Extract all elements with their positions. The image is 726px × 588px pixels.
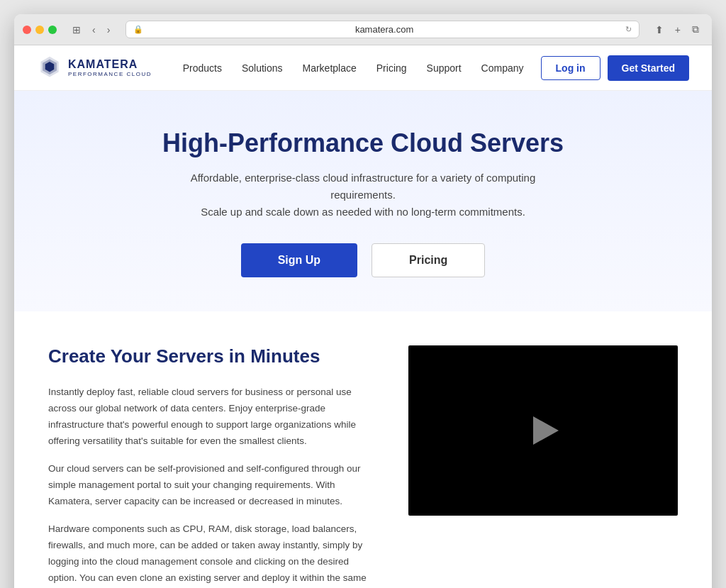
pricing-button[interactable]: Pricing: [372, 243, 485, 277]
maximize-button[interactable]: [48, 26, 57, 34]
sidebar-toggle-button[interactable]: ⊞: [68, 21, 85, 38]
section-para-3: Hardware components such as CPU, RAM, di…: [48, 521, 374, 588]
hero-subtitle-line2: Scale up and scale down as needed with n…: [201, 206, 525, 218]
hero-subtitle-line1: Affordable, enterprise-class cloud infra…: [191, 172, 536, 201]
minimize-button[interactable]: [35, 26, 44, 34]
video-player[interactable]: [408, 345, 678, 516]
close-button[interactable]: [23, 26, 31, 34]
url-text: kamatera.com: [147, 24, 620, 35]
nav-item-solutions[interactable]: Solutions: [242, 62, 283, 74]
refresh-icon: ↻: [625, 25, 632, 34]
traffic-lights: [23, 26, 57, 34]
nav-item-products[interactable]: Products: [183, 62, 222, 74]
back-button[interactable]: ‹: [88, 21, 100, 38]
logo-sub: PERFORMANCE CLOUD: [68, 71, 152, 77]
navbar: KAMATERA PERFORMANCE CLOUD Products Solu…: [14, 45, 712, 91]
nav-item-support[interactable]: Support: [427, 62, 462, 74]
content-section: Create Your Servers in Minutes Instantly…: [14, 311, 712, 588]
section-para-1: Instantly deploy fast, reliable cloud se…: [48, 384, 374, 450]
signup-button[interactable]: Sign Up: [241, 243, 357, 277]
hero-subtitle: Affordable, enterprise-class cloud infra…: [157, 170, 569, 221]
section-para-2: Our cloud servers can be self-provisione…: [48, 461, 374, 510]
browser-controls: ⊞ ‹ ›: [68, 21, 114, 38]
video-column: [408, 345, 678, 516]
nav-links: Products Solutions Marketplace Pricing S…: [183, 62, 524, 74]
logo-area: KAMATERA PERFORMANCE CLOUD: [37, 55, 152, 81]
browser-action-buttons: ⬆ + ⧉: [651, 21, 703, 38]
hero-section: High-Performance Cloud Servers Affordabl…: [14, 91, 712, 311]
new-tab-button[interactable]: +: [671, 21, 685, 38]
browser-window: ⊞ ‹ › 🔒 kamatera.com ↻ ⬆ + ⧉: [14, 14, 712, 588]
forward-button[interactable]: ›: [103, 21, 115, 38]
nav-item-marketplace[interactable]: Marketplace: [303, 62, 357, 74]
hero-buttons: Sign Up Pricing: [71, 243, 655, 277]
security-icon: 🔒: [133, 25, 143, 34]
tabs-button[interactable]: ⧉: [688, 21, 703, 38]
nav-item-company[interactable]: Company: [481, 62, 524, 74]
browser-titlebar: ⊞ ‹ › 🔒 kamatera.com ↻ ⬆ + ⧉: [14, 14, 712, 45]
get-started-button[interactable]: Get Started: [608, 55, 689, 81]
logo-text: KAMATERA PERFORMANCE CLOUD: [68, 58, 152, 77]
hero-title: High-Performance Cloud Servers: [71, 128, 655, 158]
nav-item-pricing[interactable]: Pricing: [376, 62, 407, 74]
share-button[interactable]: ⬆: [651, 21, 668, 38]
section-title: Create Your Servers in Minutes: [48, 345, 374, 367]
page-content: KAMATERA PERFORMANCE CLOUD Products Solu…: [14, 45, 712, 588]
address-bar[interactable]: 🔒 kamatera.com ↻: [125, 21, 639, 38]
play-icon: [533, 416, 559, 445]
logo-name: KAMATERA: [68, 58, 152, 71]
text-column: Create Your Servers in Minutes Instantly…: [48, 345, 374, 588]
logo-icon: [37, 55, 62, 81]
login-button[interactable]: Log in: [541, 56, 601, 80]
